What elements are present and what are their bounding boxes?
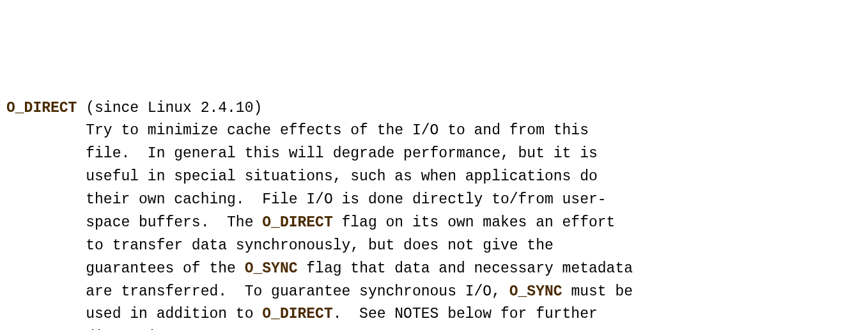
manpage-body: O_DIRECT (since Linux 2.4.10) Try to min… — [6, 97, 862, 331]
keyword-o-sync: O_SYNC — [245, 260, 298, 277]
keyword-o-sync: O_SYNC — [509, 283, 562, 300]
term-o-direct: O_DIRECT — [6, 100, 77, 116]
keyword-o-direct: O_DIRECT — [262, 306, 332, 322]
keyword-o-direct: O_DIRECT — [262, 214, 332, 231]
since-label: (since Linux 2.4.10) — [77, 100, 262, 116]
